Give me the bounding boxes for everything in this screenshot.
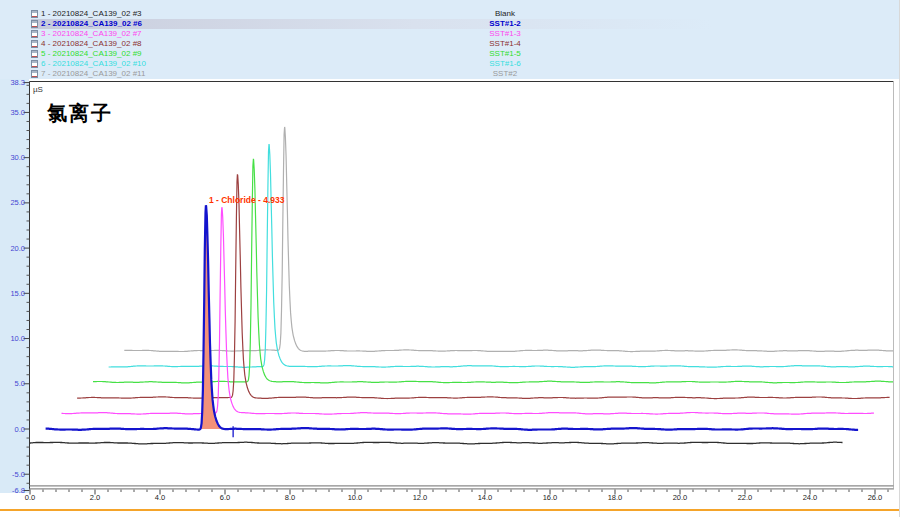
y-tick-label: 15.0: [1, 289, 25, 298]
y-tick-label: 0.0: [1, 425, 25, 434]
x-tick-label: 8.0: [272, 493, 308, 503]
x-tick-label: 0.0: [12, 493, 48, 503]
trace-sst#1-2: [46, 205, 859, 430]
x-tick-label: 26.0: [857, 493, 893, 503]
y-tick-label: 20.0: [1, 244, 25, 253]
x-tick-label: 2.0: [77, 493, 113, 503]
y-tick-label: 38.3: [1, 78, 25, 87]
x-tick-label: 22.0: [727, 493, 763, 503]
x-tick-label: 12.0: [402, 493, 438, 503]
x-tick-label: 18.0: [597, 493, 633, 503]
chromatogram-plot[interactable]: [0, 0, 900, 517]
y-axis-unit-label: µS: [33, 85, 43, 94]
y-tick-label: -5.0: [1, 470, 25, 479]
x-tick-label: 20.0: [662, 493, 698, 503]
trace-sst#1-5: [93, 159, 900, 383]
trace-sst#1-4: [77, 174, 890, 398]
bottom-accent-line: [0, 509, 900, 511]
trace-sst#2: [124, 127, 900, 352]
chromatography-window: 1 - 20210824_CA139_02 #3 Blank 2 - 20210…: [0, 0, 900, 517]
trace-sst#1-6: [109, 144, 900, 367]
trace-blank: [30, 442, 843, 444]
y-tick-label: 5.0: [1, 379, 25, 388]
x-tick-label: 4.0: [142, 493, 178, 503]
x-tick-label: 24.0: [792, 493, 828, 503]
x-tick-label: 6.0: [207, 493, 243, 503]
x-tick-label: 14.0: [467, 493, 503, 503]
x-tick-label: 16.0: [532, 493, 568, 503]
peak-annotation: 1 - Chloride - 4.933: [209, 195, 285, 205]
x-tick-label: 10.0: [337, 493, 373, 503]
y-tick-label: 35.0: [1, 108, 25, 117]
y-tick-label: 10.0: [1, 334, 25, 343]
chart-title: 氯离子: [47, 100, 113, 127]
y-tick-label: 30.0: [1, 153, 25, 162]
y-tick-label: 25.0: [1, 198, 25, 207]
